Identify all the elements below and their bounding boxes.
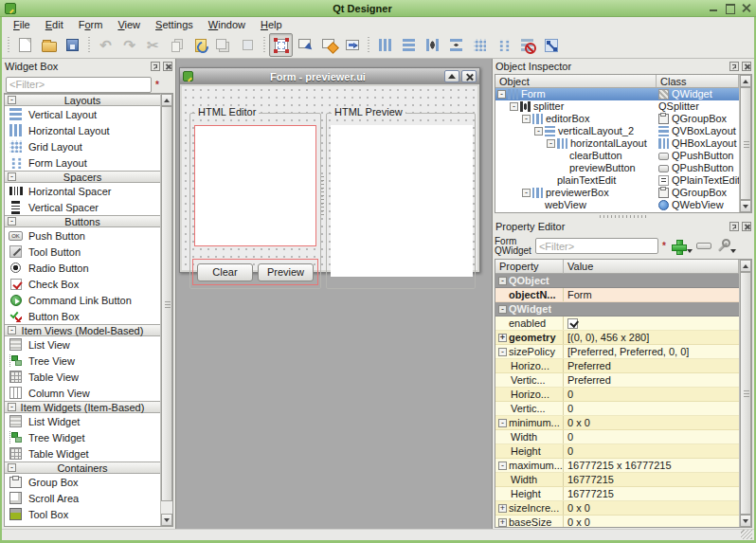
form-close-button[interactable] <box>461 70 477 82</box>
maximize-button[interactable] <box>725 3 735 13</box>
widget-item-button-box[interactable]: Button Box <box>5 308 160 324</box>
widget-item-scroll-area[interactable]: Scroll Area <box>5 490 160 506</box>
property-value[interactable]: 16777215 <box>564 487 739 500</box>
lower-button[interactable] <box>236 33 260 57</box>
lay-out-vertically-in-splitter-button[interactable] <box>444 33 468 57</box>
object-column-header[interactable]: Object <box>495 75 657 88</box>
remove-dynamic-property-button[interactable] <box>696 243 711 249</box>
property-value[interactable]: Form <box>564 288 739 301</box>
inspector-row-horizontallayout[interactable]: - horizontalLayout QHBoxLayout <box>495 137 739 150</box>
collapse-icon[interactable]: - <box>8 463 16 472</box>
category-item-widgets[interactable]: -Item Widgets (Item-Based) <box>5 401 160 413</box>
widget-item-tree-widget[interactable]: Tree Widget <box>5 429 160 445</box>
enabled-checkbox[interactable] <box>567 318 578 329</box>
scroll-down-icon[interactable] <box>161 514 172 526</box>
widget-item-vertical-spacer[interactable]: Vertical Spacer <box>5 199 160 215</box>
widget-item-horizontal-spacer[interactable]: Horizontal Spacer <box>5 183 160 199</box>
widget-item-command-link-button[interactable]: Command Link Button <box>5 292 160 308</box>
scrollbar-thumb[interactable] <box>161 106 172 501</box>
widget-box-scrollbar[interactable] <box>160 94 172 526</box>
property-row-maximumsize[interactable]: -maximum... 16777215 x 16777215 <box>495 459 739 473</box>
property-value[interactable]: 0 <box>564 402 739 415</box>
button-row-layout[interactable]: Clear Preview <box>192 259 318 285</box>
menu-window[interactable]: Window <box>201 18 253 31</box>
property-row-max-height[interactable]: Height 16777215 <box>495 487 739 501</box>
object-inspector-scrollbar[interactable] <box>739 75 751 212</box>
menu-edit[interactable]: Edit <box>38 18 71 31</box>
expander-icon[interactable]: - <box>510 102 518 111</box>
form-canvas[interactable]: HTML Editor Clear Preview HTML Preview <box>182 86 477 270</box>
category-item-views[interactable]: -Item Views (Model-Based) <box>5 324 160 336</box>
property-row-sizepolicy[interactable]: -sizePolicy [Preferred, Preferred, 0, 0] <box>495 345 739 359</box>
close-dock-icon[interactable] <box>163 62 172 71</box>
category-layouts[interactable]: -Layouts <box>5 94 160 106</box>
lay-out-in-grid-button[interactable] <box>468 33 492 57</box>
collapse-icon[interactable]: - <box>8 403 16 411</box>
property-group-qwidget[interactable]: -QWidget <box>495 302 739 317</box>
property-row-geometry[interactable]: +geometry [(0, 0), 456 x 280] <box>495 331 739 345</box>
value-column-header[interactable]: Value <box>564 260 739 274</box>
close-dock-icon[interactable] <box>742 222 751 231</box>
configure-button[interactable] <box>715 239 730 254</box>
property-row-horizontalpolicy[interactable]: Horizo... Preferred <box>495 359 739 373</box>
inspector-row-webview[interactable]: webView QWebView <box>495 199 739 211</box>
clear-filter-icon[interactable]: * <box>155 80 159 90</box>
widget-item-grid-layout[interactable]: Grid Layout <box>5 138 160 154</box>
clear-filter-icon[interactable]: * <box>662 241 666 251</box>
expander-icon[interactable]: - <box>534 127 543 136</box>
inspector-row-plaintextedit[interactable]: plainTextEdit QPlainTextEdit <box>495 174 739 187</box>
property-row-objectname[interactable]: objectN... Form <box>495 288 739 302</box>
class-column-header[interactable]: Class <box>657 75 739 88</box>
adjust-size-button[interactable] <box>539 33 563 57</box>
paste-button[interactable] <box>189 33 212 57</box>
widget-item-horizontal-layout[interactable]: Horizontal Layout <box>5 122 160 138</box>
widget-item-form-layout[interactable]: Form Layout <box>5 154 160 171</box>
edit-tab-order-button[interactable] <box>340 33 364 57</box>
scroll-up-icon[interactable] <box>740 260 751 272</box>
inspector-row-clearbutton[interactable]: clearButton QPushButton <box>495 150 739 162</box>
property-value[interactable]: 0 x 0 <box>564 516 739 527</box>
menu-view[interactable]: View <box>110 18 148 31</box>
inspector-row-previewbutton[interactable]: previewButton QPushButton <box>495 162 739 174</box>
property-row-enabled[interactable]: enabled <box>495 317 739 331</box>
minimize-button[interactable] <box>709 3 719 13</box>
scroll-down-icon[interactable] <box>740 515 751 527</box>
form-maximize-button[interactable] <box>444 70 459 82</box>
collapse-icon[interactable]: - <box>8 217 16 226</box>
widget-item-table-view[interactable]: Table View <box>5 369 160 385</box>
edit-signals-slots-button[interactable] <box>293 33 316 57</box>
scroll-up-icon[interactable] <box>161 94 172 106</box>
open-file-button[interactable] <box>37 33 61 57</box>
widget-item-list-view[interactable]: List View <box>5 336 160 353</box>
menu-help[interactable]: Help <box>253 18 290 31</box>
category-containers[interactable]: -Containers <box>5 462 160 474</box>
property-value[interactable]: 0 x 0 <box>564 416 739 429</box>
preview-button[interactable]: Preview <box>258 263 314 281</box>
property-value[interactable]: Preferred <box>564 373 739 387</box>
lay-out-in-form-layout-button[interactable] <box>492 33 515 57</box>
menu-form[interactable]: Form <box>71 18 111 31</box>
float-dock-icon[interactable] <box>729 62 739 71</box>
property-value[interactable]: [Preferred, Preferred, 0, 0] <box>564 345 739 358</box>
lay-out-horizontally-button[interactable] <box>373 33 397 57</box>
form-window-titlebar[interactable]: Form - previewer.ui <box>180 68 479 84</box>
form-editor-window[interactable]: Form - previewer.ui HTML Editor Clear Pr… <box>179 67 480 273</box>
property-value[interactable]: 0 <box>564 444 739 458</box>
expander-icon[interactable]: - <box>547 139 555 148</box>
resize-grip[interactable] <box>741 530 752 539</box>
property-value[interactable]: 16777215 x 16777215 <box>564 459 739 472</box>
inspector-row-verticallayout2[interactable]: - verticalLayout_2 QVBoxLayout <box>495 125 739 137</box>
form-splitter-handle[interactable] <box>320 176 324 216</box>
scroll-up-icon[interactable] <box>740 75 751 87</box>
save-file-button[interactable] <box>61 33 84 57</box>
widget-item-group-box[interactable]: Group Box <box>5 474 160 490</box>
duplicate-button[interactable] <box>212 33 236 57</box>
float-dock-icon[interactable] <box>729 222 739 231</box>
redo-button[interactable]: ↷ <box>117 33 141 57</box>
close-button[interactable] <box>741 3 751 13</box>
editor-group-box[interactable]: HTML Editor Clear Preview <box>189 113 321 289</box>
property-value[interactable]: 16777215 <box>564 473 739 486</box>
expander-icon[interactable]: - <box>498 462 507 470</box>
property-column-header[interactable]: Property <box>495 260 564 274</box>
expander-icon[interactable]: - <box>498 419 507 427</box>
